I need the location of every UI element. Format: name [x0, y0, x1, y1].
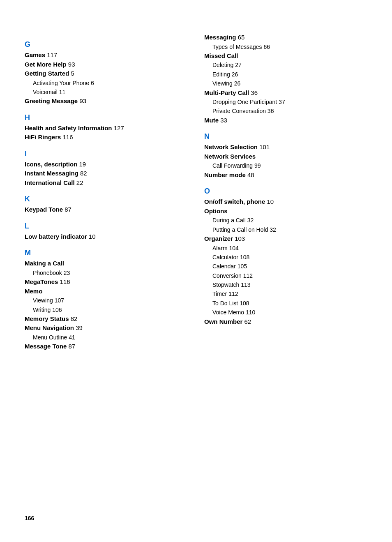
index-entry-main: Greeting Message 93 [25, 97, 188, 106]
index-entry-main: Message Tone 87 [25, 342, 188, 351]
index-entry-main: Low battery indicator 10 [25, 232, 188, 242]
page-ref: 87 [65, 206, 71, 213]
page-ref: 5 [71, 70, 74, 77]
page-number: 166 [25, 515, 34, 521]
page-ref: 116 [60, 278, 70, 285]
page-ref: 62 [244, 318, 251, 325]
index-entry-sub: Types of Messages 66 [204, 42, 367, 51]
page-ref: 87 [68, 343, 75, 350]
index-entry-main: Number mode 48 [204, 171, 367, 180]
index-entry-main: Network Services [204, 152, 367, 161]
index-entry-main: Messaging 65 [204, 33, 367, 42]
index-entry-sub: Activating Your Phone 6 [25, 78, 188, 88]
page-ref: 127 [114, 125, 124, 131]
page-ref: 19 [79, 161, 86, 168]
index-entry-sub: Deleting 27 [204, 60, 367, 69]
index-entry-sub: Voice Memo 110 [204, 308, 367, 317]
index-entry-main: Own Number 62 [204, 317, 367, 327]
index-entry-main: Mute 33 [204, 116, 367, 125]
index-entry-main: Games 117 [25, 51, 188, 60]
section-letter-m: M [25, 249, 188, 257]
page-ref: 39 [76, 324, 83, 331]
section-letter-h: H [25, 113, 188, 122]
index-entry-main: Memo [25, 287, 188, 296]
page-ref: 36 [251, 89, 258, 96]
index-entry-main: On/off switch, phone 10 [204, 197, 367, 207]
right-column: Messaging 65Types of Messages 66Missed C… [204, 33, 367, 351]
section-letter-o: O [204, 187, 367, 196]
index-entry-main: Organizer 103 [204, 234, 367, 244]
index-entry-sub: Conversion 112 [204, 271, 367, 280]
index-entry-sub: Timer 112 [204, 289, 367, 298]
section-letter-k: K [25, 195, 188, 203]
page-content: GGames 117Get More Help 93Getting Starte… [25, 33, 367, 351]
index-entry-sub: Alarm 104 [204, 244, 367, 253]
left-column: GGames 117Get More Help 93Getting Starte… [25, 33, 188, 351]
index-entry-main: Icons, description 19 [25, 160, 188, 169]
page-ref: 93 [79, 97, 86, 104]
index-entry-main: Getting Started 5 [25, 69, 188, 78]
index-entry-sub: Voicemail 11 [25, 88, 188, 97]
page-ref: 48 [247, 171, 254, 178]
page-ref: 65 [238, 34, 245, 41]
page-ref: 103 [235, 235, 245, 242]
index-entry-sub: Editing 26 [204, 70, 367, 79]
index-entry-sub: Calculator 108 [204, 253, 367, 262]
index-entry-main: MegaTones 116 [25, 277, 188, 287]
section-letter-n: N [204, 132, 367, 141]
page-ref: 22 [76, 179, 83, 186]
index-entry-main: International Call 22 [25, 178, 188, 188]
index-entry-main: Keypad Tone 87 [25, 205, 188, 214]
page-ref: 82 [71, 315, 78, 322]
index-entry-sub: Calendar 105 [204, 262, 367, 271]
index-entry-sub: To Do List 108 [204, 299, 367, 308]
index-entry-sub: Phonebook 23 [25, 268, 188, 277]
section-letter-i: I [25, 150, 188, 158]
page-ref: 116 [63, 134, 73, 141]
index-entry-sub: Putting a Call on Hold 32 [204, 225, 367, 234]
page-ref: 101 [259, 143, 270, 150]
index-entry-main: Health and Safety Information 127 [25, 124, 188, 133]
index-entry-main: Multi-Party Call 36 [204, 88, 367, 98]
index-entry-main: Making a Call [25, 259, 188, 268]
index-entry-main: Instant Messaging 82 [25, 169, 188, 178]
page-ref: 82 [80, 170, 87, 177]
index-entry-sub: Call Forwarding 99 [204, 161, 367, 170]
index-entry-sub: Menu Outline 41 [25, 333, 188, 342]
index-entry-sub: Dropping One Participant 37 [204, 97, 367, 106]
section-letter-g: G [25, 40, 188, 49]
index-entry-sub: Viewing 107 [25, 296, 188, 305]
page-ref: 93 [68, 61, 75, 68]
index-entry-main: Get More Help 93 [25, 60, 188, 69]
index-entry-main: Options [204, 207, 367, 216]
index-entry-main: Missed Call [204, 51, 367, 61]
index-entry-main: HiFi Ringers 116 [25, 133, 188, 142]
index-entry-main: Network Selection 101 [204, 143, 367, 152]
index-entry-sub: Stopwatch 113 [204, 280, 367, 289]
page-ref: 117 [47, 51, 57, 58]
index-entry-main: Memory Status 82 [25, 314, 188, 324]
index-entry-main: Menu Navigation 39 [25, 323, 188, 333]
index-entry-sub: During a Call 32 [204, 216, 367, 225]
page-ref: 10 [267, 198, 274, 205]
section-letter-l: L [25, 222, 188, 231]
page-ref: 10 [89, 233, 96, 240]
index-entry-sub: Private Conversation 36 [204, 106, 367, 115]
page-ref: 33 [220, 117, 227, 124]
index-entry-sub: Viewing 26 [204, 79, 367, 88]
index-entry-sub: Writing 106 [25, 305, 188, 314]
